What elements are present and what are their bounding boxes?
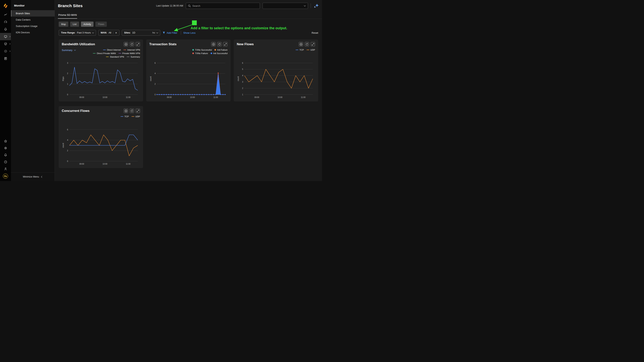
add-filter-button[interactable]: Add Filter: [162, 31, 177, 34]
legend-label: UDP: [310, 49, 315, 51]
legend-item[interactable]: TXNs Successful: [192, 49, 212, 51]
main-content: Branch Sites Last Update 11:36:00 AM Pri…: [55, 0, 322, 181]
rail-bottom-group: ? Pa: [0, 138, 11, 181]
time-range-label: Time Range:: [61, 31, 76, 34]
legend-item[interactable]: Internet VPN: [124, 49, 140, 51]
new-flows-card: New Flows TCPUDP 12345609:0010:0011:00co…: [234, 40, 318, 101]
search-input[interactable]: [192, 5, 258, 7]
download-button[interactable]: [124, 109, 128, 113]
time-range-filter[interactable]: Time Range: Past 3 Hours: [59, 30, 96, 36]
sidebar-item-ion-devices[interactable]: ION Devices: [11, 29, 55, 36]
activity-view-button[interactable]: Activity: [81, 22, 94, 27]
favorites-star-icon[interactable]: [0, 138, 11, 145]
svg-text:3: 3: [242, 81, 243, 83]
legend-marker: [306, 50, 309, 50]
search-icon: [188, 5, 191, 7]
legend-item[interactable]: TCP: [296, 49, 304, 51]
last-update-text: Last Update 11:36:00 AM: [156, 5, 183, 7]
expand-button[interactable]: [223, 42, 228, 46]
show-less-button[interactable]: Show Less: [183, 31, 196, 34]
legend-item[interactable]: Standard VPN: [106, 56, 124, 58]
palo-alto-logo[interactable]: [0, 0, 11, 11]
sites-typed-text: ho: [152, 31, 155, 34]
legend-item[interactable]: UDP: [306, 49, 315, 51]
expand-button[interactable]: [311, 42, 315, 46]
sites-filter[interactable]: Sites: 1D ho: [122, 30, 160, 36]
legend-marker: [132, 116, 134, 117]
transaction-stats-chart: 024609:0010:0011:00count: [149, 61, 228, 100]
legend-marker: [192, 53, 194, 54]
legend-label: Direct Internet: [107, 49, 121, 51]
flows-view-button[interactable]: Flows: [96, 22, 107, 27]
rail-dashboard-gauge-icon[interactable]: [0, 18, 11, 26]
expand-button[interactable]: [136, 42, 140, 46]
copilot-sparkle-icon[interactable]: [314, 3, 319, 9]
chevron-down-icon: [74, 49, 76, 51]
svg-text:10:00: 10:00: [190, 96, 195, 98]
svg-text:10:00: 10:00: [278, 96, 282, 98]
sidebar-item-data-centers[interactable]: Data Centers: [11, 17, 55, 23]
user-icon[interactable]: [0, 165, 11, 172]
card-title: New Flows: [237, 42, 254, 46]
legend-item[interactable]: Private WAN VPN: [118, 52, 140, 55]
transaction-stats-card: Transaction Stats TXNs SuccessfulInit Fa…: [146, 40, 231, 101]
summary-selector[interactable]: Summary: [62, 49, 76, 52]
legend-marker: [211, 53, 212, 54]
refresh-button[interactable]: [305, 42, 309, 46]
svg-text:11:00: 11:00: [126, 96, 130, 98]
context-select[interactable]: [262, 3, 308, 9]
map-view-button[interactable]: Map: [59, 22, 68, 27]
svg-text:10:00: 10:00: [102, 96, 107, 98]
legend-marker: [296, 50, 298, 50]
svg-text:count: count: [62, 143, 64, 148]
legend-item[interactable]: TCP: [120, 115, 129, 118]
refresh-button[interactable]: [130, 42, 134, 46]
reset-button[interactable]: Reset: [312, 31, 318, 34]
list-view-button[interactable]: List: [70, 22, 79, 27]
chart-legend: Direct InternetInternet VPNDirect Privat…: [88, 49, 140, 58]
rail-monitor-icon[interactable]: [0, 33, 11, 40]
legend-item[interactable]: Init Failure: [214, 49, 228, 51]
tab-prisma-sd-wan[interactable]: Prisma SD-WAN: [58, 12, 77, 19]
refresh-button[interactable]: [217, 42, 222, 46]
card-title: Transaction Stats: [149, 42, 176, 46]
minimize-menu-button[interactable]: Minimize Menu: [11, 172, 55, 181]
new-flows-chart: 12345609:0010:0011:00count: [237, 61, 315, 100]
remove-wan-filter-icon[interactable]: ✕: [113, 31, 117, 34]
expand-button[interactable]: [136, 109, 140, 113]
legend-item[interactable]: Summary: [127, 56, 140, 58]
tab-bar: Prisma SD-WAN: [55, 12, 322, 19]
legend-item[interactable]: UDP: [132, 115, 140, 118]
legend-label: TXNs Failure: [195, 52, 208, 55]
svg-text:09:00: 09:00: [167, 96, 172, 98]
download-button[interactable]: [124, 42, 128, 46]
legend-item[interactable]: TXNs Failure: [192, 52, 208, 55]
refresh-button[interactable]: [130, 109, 134, 113]
page-title: Branch Sites: [58, 4, 82, 8]
settings-gear-icon[interactable]: [0, 145, 11, 151]
legend-marker: [124, 50, 126, 50]
chart-legend: TCPUDP: [296, 49, 315, 51]
rail-alarms-bell-icon[interactable]: [0, 26, 11, 33]
sidebar-item-branch-sites[interactable]: Branch Sites: [11, 10, 55, 17]
chart-legend: TXNs SuccessfulInit FailureTXNs FailureI…: [183, 49, 228, 55]
rail-analytics-icon[interactable]: [0, 11, 11, 18]
legend-item[interactable]: Direct Private WAN: [93, 52, 116, 55]
rail-incidents-icon[interactable]: [0, 48, 11, 55]
bandwidth-utilization-card: Bandwidth Utilization Summary Direct Int…: [59, 40, 143, 101]
user-avatar[interactable]: Pa: [3, 173, 8, 179]
download-button[interactable]: [211, 42, 216, 46]
legend-item[interactable]: Direct Internet: [103, 49, 121, 51]
download-button[interactable]: [299, 42, 303, 46]
sidebar-item-subscription-usage[interactable]: Subscription Usage: [11, 23, 55, 29]
rail-incidents-expand-chevron: [9, 51, 10, 52]
wan-filter[interactable]: WAN: All ✕: [98, 30, 120, 36]
chart-legend: TCPUDP: [120, 115, 140, 118]
notifications-bell-icon[interactable]: [0, 151, 11, 158]
legend-label: TCP: [124, 115, 129, 118]
rail-security-shield-icon[interactable]: [0, 40, 11, 48]
rail-reports-icon[interactable]: [0, 55, 11, 62]
dashboard-grid: Bandwidth Utilization Summary Direct Int…: [55, 36, 322, 168]
legend-item[interactable]: Init Successful: [211, 52, 228, 55]
help-icon[interactable]: ?: [0, 158, 11, 165]
